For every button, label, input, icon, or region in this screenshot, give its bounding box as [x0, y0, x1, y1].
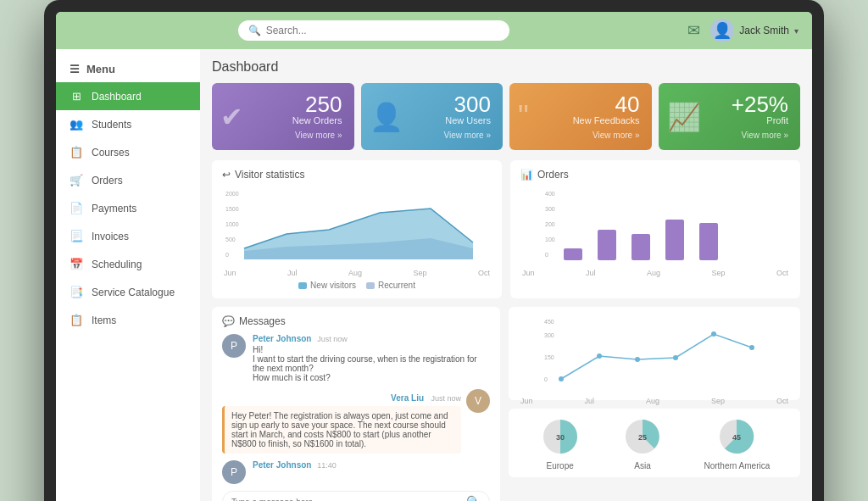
messages-title: 💬 Messages [222, 315, 490, 327]
profit-label: Profit [670, 115, 789, 125]
orders-label: New Orders [224, 115, 342, 125]
pie-charts-row: 30 Europe 25 Asi [509, 409, 800, 477]
msg-avatar-peter1: P [222, 334, 246, 358]
sidebar-item-dashboard[interactable]: ⊞ Dashboard [56, 82, 200, 110]
pie-europe-svg: 30 [539, 415, 581, 458]
page-title: Dashboard [212, 59, 800, 75]
service-catalogue-icon: 📑 [70, 286, 83, 298]
messages-panel: 💬 Messages P Peter Johnson Just now Hi!I… [212, 307, 500, 501]
visitor-stats-chart: ↩ Visitor statistics 2000 1500 1000 500 … [212, 160, 502, 298]
svg-text:25: 25 [638, 433, 647, 442]
users-view-more[interactable]: View more » [373, 131, 492, 140]
svg-rect-16 [699, 223, 718, 260]
msg-content-1: Peter Johnson Just now Hi!I want to star… [253, 334, 490, 382]
orders-chart-icon: 📊 [520, 169, 533, 181]
stat-card-users[interactable]: 👤 300 New Users View more » [361, 83, 504, 150]
hamburger-icon: ☰ [70, 63, 80, 75]
sidebar-item-payments[interactable]: 📄 Payments [56, 194, 200, 222]
top-bar: 🔍 ✉ 👤 Jack Smith ▾ [56, 12, 812, 49]
svg-point-25 [711, 331, 716, 337]
students-icon: 👥 [70, 118, 83, 131]
main-layout: ☰ Menu ⊞ Dashboard 👥 Students 📋 Courses … [56, 49, 812, 501]
right-panels: 450 300 150 0 [509, 307, 800, 501]
sidebar-item-items[interactable]: 📋 Items [56, 306, 200, 334]
svg-point-21 [559, 376, 564, 381]
orders-chart-title: 📊 Orders [520, 169, 790, 181]
profit-view-more[interactable]: View more » [670, 131, 789, 140]
visitor-stats-title: ↩ Visitor statistics [222, 169, 492, 181]
scheduling-icon: 📅 [70, 258, 83, 270]
legend-new-visitors: New visitors [298, 281, 356, 290]
svg-text:100: 100 [545, 237, 555, 242]
users-label: New Users [373, 115, 492, 125]
dashboard-icon: ⊞ [70, 90, 83, 103]
svg-point-23 [635, 357, 640, 362]
sidebar-item-invoices[interactable]: 📃 Invoices [56, 222, 200, 250]
svg-text:200: 200 [545, 221, 555, 227]
svg-text:0: 0 [225, 252, 229, 258]
msg-avatar-peter2: P [222, 460, 246, 484]
message-input[interactable] [231, 498, 466, 502]
svg-rect-14 [632, 234, 650, 260]
sidebar-item-students[interactable]: 👥 Students [56, 110, 200, 138]
svg-text:0: 0 [544, 376, 548, 382]
send-icon[interactable]: 🔍 [466, 495, 481, 501]
svg-text:1000: 1000 [225, 221, 239, 227]
sidebar-item-scheduling[interactable]: 📅 Scheduling [56, 250, 200, 278]
search-icon: 🔍 [248, 25, 261, 36]
search-container: 🔍 [238, 20, 509, 41]
menu-title: ☰ Menu [56, 56, 200, 82]
sidebar: ☰ Menu ⊞ Dashboard 👥 Students 📋 Courses … [56, 49, 200, 501]
msg-avatar-vera: V [466, 389, 490, 413]
pie-asia-svg: 25 [621, 415, 664, 458]
stat-cards: ✔ 250 New Orders View more » 👤 300 New U… [212, 83, 800, 150]
feedbacks-label: New Feedbacks [521, 115, 640, 125]
svg-point-26 [749, 345, 754, 350]
svg-text:1500: 1500 [225, 206, 239, 212]
msg-content-3: Peter Johnson 11:40 [253, 460, 490, 484]
orders-bar-chart: 📊 Orders 400 300 200 100 0 [510, 160, 800, 298]
svg-text:400: 400 [545, 191, 555, 197]
svg-marker-6 [244, 209, 473, 259]
orders-view-more[interactable]: View more » [224, 131, 342, 140]
msg-bubble-vera: Hey Peter! The registration is always op… [222, 406, 461, 454]
bottom-row: 💬 Messages P Peter Johnson Just now Hi!I… [212, 307, 800, 501]
svg-rect-12 [564, 248, 582, 260]
svg-text:300: 300 [545, 206, 555, 212]
sidebar-item-orders[interactable]: 🛒 Orders [56, 166, 200, 194]
line-chart-svg: 450 300 150 0 [519, 315, 790, 392]
charts-row: ↩ Visitor statistics 2000 1500 1000 500 … [212, 160, 800, 298]
feedbacks-view-more[interactable]: View more » [521, 131, 640, 140]
svg-rect-13 [598, 230, 616, 260]
content-area: Dashboard ✔ 250 New Orders View more » 👤… [200, 49, 812, 501]
sidebar-item-service-catalogue[interactable]: 📑 Service Catalogue [56, 278, 200, 306]
sidebar-item-courses[interactable]: 📋 Courses [56, 138, 200, 166]
items-icon: 📋 [70, 314, 83, 326]
search-input[interactable] [266, 25, 499, 36]
messages-icon: 💬 [222, 315, 235, 327]
user-info[interactable]: 👤 Jack Smith ▾ [710, 19, 798, 42]
stat-card-feedbacks[interactable]: " 40 New Feedbacks View more » [509, 83, 652, 150]
message-input-row: 🔍 [222, 491, 490, 501]
mail-icon[interactable]: ✉ [687, 21, 700, 40]
orders-bar-svg: 400 300 200 100 0 [520, 187, 790, 264]
svg-point-22 [597, 353, 602, 359]
svg-text:450: 450 [544, 319, 554, 325]
legend-recurrent: Recurrent [366, 281, 415, 290]
svg-point-24 [673, 355, 678, 360]
svg-text:150: 150 [544, 354, 554, 360]
stat-card-orders[interactable]: ✔ 250 New Orders View more » [212, 83, 354, 150]
stat-card-profit[interactable]: 📈 +25% Profit View more » [659, 83, 801, 150]
message-item-1: P Peter Johnson Just now Hi!I want to st… [222, 334, 490, 382]
recurrent-dot [366, 282, 375, 289]
courses-icon: 📋 [70, 146, 83, 159]
message-item-3: P Peter Johnson 11:40 [222, 460, 490, 484]
chevron-down-icon: ▾ [794, 26, 798, 36]
visitor-area-chart: 2000 1500 1000 500 0 [222, 187, 492, 264]
svg-text:30: 30 [556, 433, 565, 442]
pie-asia: 25 Asia [621, 415, 664, 470]
pie-na-svg: 45 [715, 415, 758, 458]
svg-text:45: 45 [732, 433, 741, 442]
msg-content-2: Vera Liu Just now Hey Peter! The registr… [222, 389, 461, 454]
orders-icon: 🛒 [70, 174, 83, 186]
